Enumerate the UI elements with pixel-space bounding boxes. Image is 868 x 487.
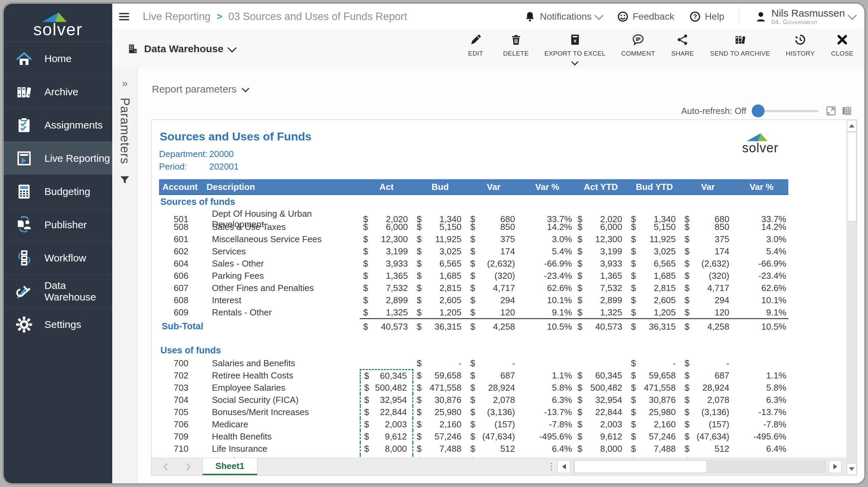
sidebar-item-label: Archive [44,86,78,98]
scrollbar-resize-handle[interactable] [551,463,552,470]
description-cell: Interest [203,294,360,306]
action-label: CLOSE [831,50,853,57]
edit-button[interactable]: EDIT [464,34,488,57]
table-row[interactable]: 703Employee Salaries$500,482$471,558$28,… [159,382,788,394]
description-cell: Other Fines and Penalties [203,282,360,294]
description-cell: Employee Salaries [203,382,360,394]
expand-report-icon[interactable] [826,105,836,116]
vscroll-up-button[interactable] [847,120,856,132]
table-row[interactable]: 711Overtime$-$-$-$- [159,455,788,458]
main-area: Live Reporting > 03 Sources and Uses of … [112,4,864,483]
table-row[interactable]: 602Services$3,199$3,025$1745.4%$3,199$3,… [159,245,788,257]
sidebar-item-budgeting[interactable]: Budgeting [4,175,112,208]
table-row[interactable]: 700Salaries and Benefits$-$-$-$- [159,357,788,369]
vertical-scrollbar[interactable] [846,120,857,475]
notifications-button[interactable]: Notifications [524,11,602,22]
table-row[interactable]: 501Dept Of Housing & Urban Development$2… [159,209,788,221]
parameters-panel-label[interactable]: Parameters [118,98,132,164]
hscroll-right-button[interactable] [829,460,842,473]
hscroll-left-button[interactable] [557,460,570,473]
help-button[interactable]: ? Help [689,11,725,22]
sidebar-item-publisher[interactable]: Publisher [4,208,112,241]
value-cell: $1,365 [574,270,628,282]
sidebar-item-live-reporting[interactable]: Live Reporting [4,141,112,175]
account-cell: 604 [159,257,203,270]
sidebar-item-data-warehouse[interactable]: Data Warehouse [4,274,112,308]
sheet-tab[interactable]: Sheet1 [202,458,257,475]
value-cell: $687 [681,369,735,382]
table-row[interactable]: 601Miscellaneous Service Fees$12,300$11,… [159,233,788,245]
column-header: Var % [735,182,788,192]
feedback-button[interactable]: Feedback [617,11,674,22]
value-cell: 5.4% [735,245,788,257]
column-header: Var [681,182,735,192]
table-row[interactable]: 508Sales & Use Taxes$6,000$5,150$85014.2… [159,221,788,233]
table-row[interactable]: 704Social Security (FICA)$32,954$30,876$… [159,394,788,406]
sheet-nav-next-icon[interactable] [183,463,191,470]
sidebar-item-label: Publisher [44,219,87,231]
action-label: DELETE [503,50,529,57]
value-cell: 6.3% [520,394,574,406]
send-to-archive-button[interactable]: SEND TO ARCHIVE [710,34,770,57]
value-cell: $25,980 [413,406,467,418]
delete-button[interactable]: DELETE [503,34,529,57]
table-row[interactable]: 609Rentals - Other$1,325$1,205$1209.1%$1… [159,306,788,318]
export-to-excel-button[interactable]: xEXPORT TO EXCEL [544,34,606,64]
context-selector[interactable]: Data Warehouse [127,43,235,55]
hscroll-thumb[interactable] [574,460,707,473]
sidebar-item-workflow[interactable]: Workflow [4,241,112,274]
table-row[interactable]: 607Other Fines and Penalties$7,532$2,815… [159,282,788,294]
table-row[interactable]: 710Life Insurance$8,000$7,488$5126.4%$8,… [159,443,788,455]
table-row[interactable]: 709Health Benefits$9,612$57,246$(47,634)… [159,430,788,443]
sidebar-item-home[interactable]: Home [4,42,112,75]
value-cell: $294 [681,294,735,306]
value-cell: $12,300 [574,233,628,245]
close-button[interactable]: CLOSE [830,34,854,57]
table-row[interactable]: 702Retiree Health Costs$60,345$59,658$68… [159,369,788,382]
table-row[interactable]: 705Bonuses/Merit Increases$22,844$25,980… [159,406,788,418]
value-cell: $36,315 [628,318,681,335]
column-header: Bud [413,182,467,192]
horizontal-scrollbar[interactable] [574,460,825,473]
sidebar-item-archive[interactable]: Archive [4,75,112,108]
sidebar-item-settings[interactable]: Settings [4,308,112,341]
table-row[interactable]: 706Medicare$2,003$2,160$(157)-7.8%$2,003… [159,418,788,430]
comment-button[interactable]: COMMENT [621,34,655,57]
sheet-nav-prev-icon[interactable] [163,463,171,470]
value-cell: $25,980 [628,406,681,418]
value-cell: 9.1% [520,306,574,318]
value-cell: $28,924 [467,382,520,394]
share-button[interactable]: SHARE [671,34,694,57]
section-heading: Uses of funds [159,345,788,356]
value-cell: 6.4% [520,443,574,455]
vscroll-track[interactable] [847,221,856,463]
value-cell: $4,717 [467,282,520,294]
table-row[interactable]: 608Interest$2,899$2,605$29410.1%$2,899$2… [159,294,788,306]
value-cell [360,455,413,458]
chevron-down-icon [594,11,604,20]
subtotal-row: Sub-Total$40,573$36,315$4,25810.5%$40,57… [159,318,788,334]
publisher-icon [15,216,33,234]
slider-knob[interactable] [752,104,765,117]
history-button[interactable]: HISTORY [786,34,815,57]
sidebar-item-label: Budgeting [44,186,90,197]
account-cell: 700 [159,357,203,369]
report-parameters-toggle[interactable]: Report parameters [152,83,248,95]
topbar-right: Notifications Feedback ? Help Nils Rasmu… [524,7,855,26]
value-cell: $(320) [467,270,520,282]
help-icon: ? [689,11,701,22]
sidebar-item-assignments[interactable]: Assignments [4,108,112,141]
export-dropdown-chevron-icon[interactable] [571,58,578,65]
breadcrumb-section[interactable]: Live Reporting [143,11,211,23]
vscroll-thumb[interactable] [847,132,856,221]
table-row[interactable]: 604Sales - Other$3,933$6,565$(2,632)-66.… [159,257,788,270]
expand-parameters-icon[interactable]: » [122,77,128,89]
auto-refresh-slider[interactable] [754,104,818,117]
value-cell: $40,573 [574,318,628,335]
vscroll-down-button[interactable] [847,463,856,475]
table-row[interactable]: 606Parking Fees$1,365$1,685$(320)-23.4%$… [159,270,788,282]
description-cell: Parking Fees [203,270,360,282]
hamburger-menu-icon[interactable] [119,13,129,20]
user-menu[interactable]: Nils Rasmussen 04. Government [754,7,855,26]
table-view-icon[interactable] [841,105,852,116]
